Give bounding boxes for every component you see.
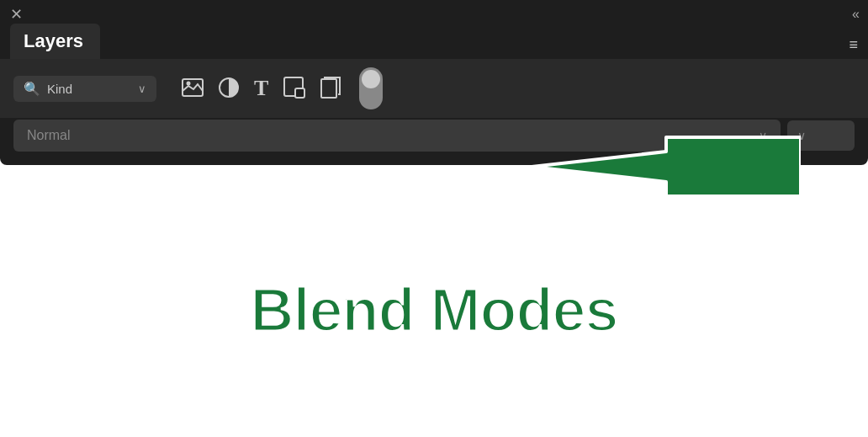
blend-modes-title: Blend Modes [250,275,617,344]
search-icon: 🔍 [24,81,40,97]
panel-menu-button[interactable]: ≡ [849,36,858,59]
kind-dropdown[interactable]: 🔍 Kind ∨ [13,76,156,102]
svg-rect-5 [321,79,336,98]
title-bar: ✕ « [0,0,868,22]
layers-panel: ✕ « Layers ≡ 🔍 Kind ∨ [0,0,868,165]
shape-filter-icon[interactable] [283,77,305,101]
blend-mode-chevron-icon: ∨ [759,129,767,142]
collapse-button[interactable]: « [852,7,858,22]
close-button[interactable]: ✕ [10,7,23,22]
filter-toggle[interactable] [359,67,383,109]
blend-mode-dropdown[interactable]: Normal ∨ [13,120,781,152]
opacity-dropdown[interactable]: ∨ [787,120,855,151]
blend-mode-label: Normal [27,128,752,143]
toggle-knob [362,70,380,88]
image-filter-icon[interactable] [182,78,204,99]
layers-tab[interactable]: Layers [10,24,100,59]
filter-icons-group: T [182,67,383,109]
opacity-chevron-icon: ∨ [797,129,806,142]
text-filter-icon[interactable]: T [254,77,268,99]
svg-point-1 [187,81,191,85]
kind-label: Kind [47,82,131,96]
kind-chevron-icon: ∨ [138,83,146,95]
blend-mode-row: Normal ∨ ∨ [0,120,868,152]
adjustment-filter-icon[interactable] [219,77,239,100]
tab-row: Layers ≡ [0,24,868,59]
smartobject-filter-icon[interactable] [320,77,341,101]
svg-rect-4 [295,88,304,98]
bottom-title-section: Blend Modes [0,165,868,437]
filter-toolbar: 🔍 Kind ∨ T [0,59,868,118]
